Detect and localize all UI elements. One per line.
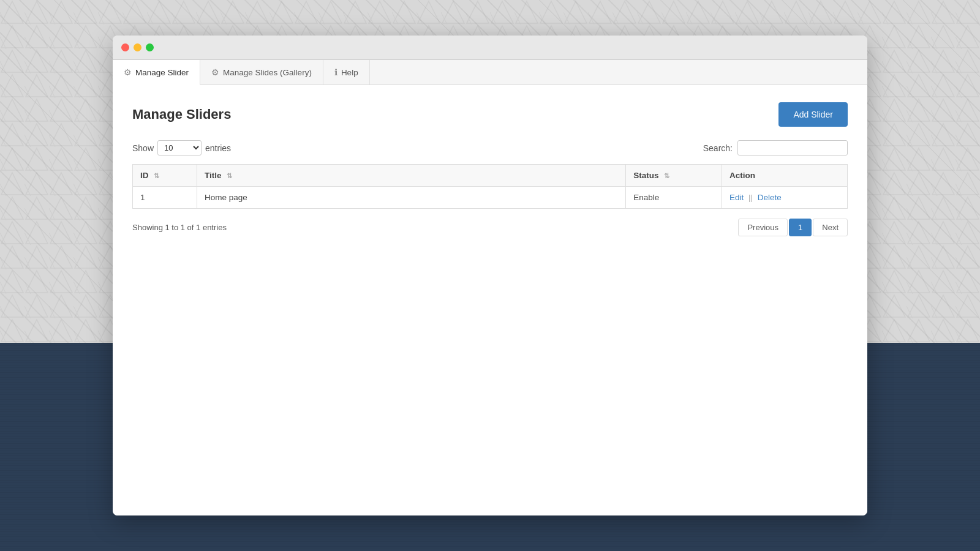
add-slider-button[interactable]: Add Slider: [778, 102, 848, 127]
previous-button[interactable]: Previous: [738, 219, 788, 236]
tab-bar: ⚙ Manage Slider ⚙ Manage Slides (Gallery…: [113, 60, 867, 85]
dot-minimize[interactable]: [134, 43, 141, 51]
edit-link[interactable]: Edit: [729, 193, 744, 202]
tab-manage-slides-label: Manage Slides (Gallery): [223, 68, 312, 77]
controls-row: Show 10 25 50 100 entries Search:: [132, 140, 848, 156]
sort-icon-title: ⇅: [227, 172, 232, 180]
cell-status: Enable: [626, 187, 722, 209]
tab-help[interactable]: ℹ Help: [323, 60, 370, 84]
search-input[interactable]: [737, 140, 848, 156]
pagination-controls: Previous 1 Next: [738, 219, 848, 236]
show-label: Show: [132, 143, 154, 153]
window-content: ⚙ Manage Slider ⚙ Manage Slides (Gallery…: [113, 60, 867, 515]
col-header-id[interactable]: ID ⇅: [133, 165, 197, 187]
table-row: 1 Home page Enable Edit || Delete: [133, 187, 848, 209]
sort-icon-id: ⇅: [154, 172, 159, 180]
sort-icon-status: ⇅: [664, 172, 669, 180]
tab-manage-slides[interactable]: ⚙ Manage Slides (Gallery): [200, 60, 323, 84]
entries-label: entries: [205, 143, 231, 153]
cell-id: 1: [133, 187, 197, 209]
action-separator: ||: [748, 193, 755, 202]
dot-close[interactable]: [121, 43, 129, 51]
table-header-row: ID ⇅ Title ⇅ Status ⇅ Action: [133, 165, 848, 187]
delete-link[interactable]: Delete: [758, 193, 782, 202]
search-label: Search:: [703, 143, 733, 153]
show-entries-control: Show 10 25 50 100 entries: [132, 140, 231, 156]
main-content: Manage Sliders Add Slider Show 10 25 50 …: [113, 85, 867, 515]
entries-select[interactable]: 10 25 50 100: [157, 140, 202, 156]
pagination-info: Showing 1 to 1 of 1 entries: [132, 223, 227, 232]
cell-action: Edit || Delete: [722, 187, 848, 209]
gear-icon-1: ⚙: [124, 67, 132, 77]
gear-icon-2: ⚙: [211, 67, 219, 77]
titlebar: [113, 36, 867, 60]
tab-manage-slider-label: Manage Slider: [135, 68, 189, 77]
app-window: ⚙ Manage Slider ⚙ Manage Slides (Gallery…: [113, 36, 867, 515]
pagination-row: Showing 1 to 1 of 1 entries Previous 1 N…: [132, 219, 848, 236]
dot-maximize[interactable]: [146, 43, 154, 51]
col-header-title[interactable]: Title ⇅: [197, 165, 626, 187]
info-icon: ℹ: [334, 67, 337, 77]
col-header-action: Action: [722, 165, 848, 187]
page-header: Manage Sliders Add Slider: [132, 102, 848, 127]
tab-manage-slider[interactable]: ⚙ Manage Slider: [113, 60, 200, 85]
col-header-status[interactable]: Status ⇅: [626, 165, 722, 187]
sliders-table: ID ⇅ Title ⇅ Status ⇅ Action: [132, 164, 848, 209]
page-title: Manage Sliders: [132, 107, 231, 122]
page-1-button[interactable]: 1: [789, 219, 812, 236]
next-button[interactable]: Next: [813, 219, 848, 236]
tab-help-label: Help: [341, 68, 358, 77]
cell-title: Home page: [197, 187, 626, 209]
search-row: Search:: [703, 140, 848, 156]
